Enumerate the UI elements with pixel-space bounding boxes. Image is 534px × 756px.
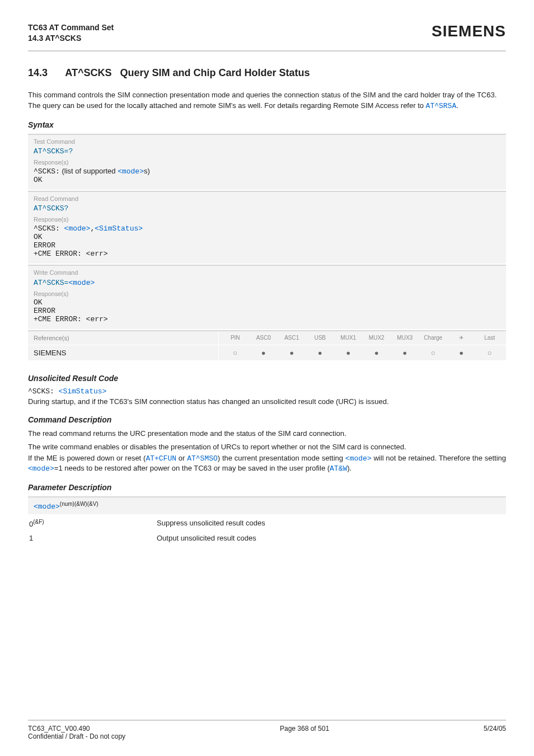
footer-divider: [28, 720, 506, 721]
write-command-label: Write Command: [34, 269, 500, 276]
read-ok: OK: [34, 233, 500, 241]
ref-dot-✈: ●: [447, 349, 476, 357]
footer-left: TC63_ATC_V00.490 Confidential / Draft - …: [28, 725, 125, 740]
cmddesc-p1: The read command returns the URC present…: [28, 429, 506, 439]
col-asc0: ASC0: [250, 335, 278, 341]
test-resp-mid: (list of supported: [62, 167, 118, 175]
reference-header-row: Reference(s) PIN ASC0 ASC1 USB MUX1 MUX2…: [28, 330, 506, 345]
header-divider: [28, 50, 506, 51]
reference-columns: PIN ASC0 ASC1 USB MUX1 MUX2 MUX3 Charge …: [218, 331, 506, 345]
page-header: TC63 AT Command Set 14.3 AT^SCKS SIEMENS: [28, 22, 506, 44]
urc-prefix: ^SCKS:: [28, 387, 59, 396]
cmddesc-p3d: will not be retained. Therefore the sett…: [372, 454, 506, 462]
write-cme: +CME ERROR: <err>: [34, 315, 500, 323]
read-error: ERROR: [34, 241, 500, 250]
read-response-label: Response(s): [34, 216, 500, 223]
ref-dot-mux2: ●: [363, 349, 391, 357]
reference-data-row: SIEMENS ○●●●●●●○●○: [28, 345, 506, 360]
link-atsmso[interactable]: AT^SMSO: [187, 454, 218, 463]
param-row: 0(&F)Suppress unsolicited result codes: [28, 516, 506, 532]
ref-dot-pin: ○: [221, 349, 250, 357]
ref-dot-mux1: ●: [334, 349, 363, 357]
cmddesc-p3e: =1 needs to be restored after power on t…: [54, 464, 330, 472]
test-command: AT^SCKS=?: [34, 147, 500, 156]
section-title-rest: Query SIM and Chip Card Holder Status: [120, 67, 310, 78]
brand-logo: SIEMENS: [432, 22, 506, 40]
col-last: Last: [476, 335, 504, 341]
ref-dot-usb: ●: [306, 349, 335, 357]
cmddesc-p3f: ).: [347, 464, 352, 472]
ref-dot-asc1: ●: [278, 349, 306, 357]
cmddesc-p3a: If the ME is powered down or reset (: [28, 454, 146, 462]
intro-p1: This command controls the SIM connection…: [28, 90, 506, 100]
footer-confidential: Confidential / Draft - Do not copy: [28, 732, 125, 740]
link-atw[interactable]: AT&W: [330, 464, 347, 473]
section-cmd: AT^SCKS: [65, 67, 111, 78]
syntax-heading: Syntax: [28, 120, 506, 129]
link-simstatus-2[interactable]: <SimStatus>: [59, 387, 107, 396]
intro-p2: The query can be used for the locally at…: [28, 101, 506, 111]
reference-value: SIEMENS: [28, 345, 218, 360]
link-mode-1[interactable]: <mode>: [118, 167, 144, 176]
link-mode-2[interactable]: <mode>: [64, 224, 91, 233]
cmddesc-p3: If the ME is powered down or reset (AT+C…: [28, 453, 506, 474]
read-resp-prefix: ^SCKS:: [34, 224, 64, 233]
intro-p2b: .: [456, 101, 458, 110]
test-response-line: ^SCKS: (list of supported <mode>s): [34, 167, 500, 176]
param-mode-link[interactable]: <mode>: [34, 503, 60, 511]
syntax-test-box: Test Command AT^SCKS=? Response(s) ^SCKS…: [28, 134, 506, 190]
col-usb: USB: [306, 335, 335, 341]
param-key: 1: [28, 532, 157, 546]
link-mode-4[interactable]: <mode>: [345, 454, 372, 463]
col-pin: PIN: [221, 335, 250, 341]
urc-code: ^SCKS: <SimStatus>: [28, 387, 506, 396]
read-command-label: Read Command: [34, 195, 500, 202]
col-mux2: MUX2: [363, 335, 391, 341]
test-resp-suffix: s): [144, 167, 150, 175]
write-cmd-prefix: AT^SCKS=: [34, 279, 68, 287]
param-header-box: <mode>(num)(&W)(&V): [28, 496, 506, 514]
test-response-label: Response(s): [34, 159, 500, 166]
urc-text: During startup, and if the TC63's SIM co…: [28, 397, 506, 407]
reference-dots: ○●●●●●●○●○: [218, 345, 506, 360]
col-asc1: ASC1: [278, 335, 306, 341]
ref-dot-last: ○: [476, 349, 504, 357]
intro-p2a: The query can be used for the locally at…: [28, 101, 426, 110]
col-mux3: MUX3: [391, 335, 419, 341]
param-sup: (num)(&W)(&V): [60, 501, 99, 507]
test-resp-prefix: ^SCKS:: [34, 167, 60, 176]
link-simstatus-1[interactable]: <SimStatus>: [95, 224, 143, 233]
param-row: 1Output unsolicited result codes: [28, 532, 506, 546]
param-value: Suppress unsolicited result codes: [157, 516, 506, 532]
ref-dot-charge: ○: [419, 349, 448, 357]
link-at-srsa[interactable]: AT^SRSA: [426, 102, 457, 110]
read-response-line: ^SCKS: <mode>,<SimStatus>: [34, 224, 500, 233]
syntax-read-box: Read Command AT^SCKS? Response(s) ^SCKS:…: [28, 191, 506, 264]
header-left: TC63 AT Command Set 14.3 AT^SCKS: [28, 22, 114, 44]
link-mode-5[interactable]: <mode>: [28, 464, 54, 473]
page-footer: TC63_ATC_V00.490 Confidential / Draft - …: [28, 725, 506, 740]
cmddesc-p3b: or: [176, 454, 187, 462]
col-airplane-icon: ✈: [447, 335, 476, 341]
param-head: <mode>(num)(&W)(&V): [34, 502, 99, 510]
col-charge: Charge: [419, 335, 448, 341]
link-atcfun[interactable]: AT+CFUN: [146, 454, 176, 463]
read-cme: +CME ERROR: <err>: [34, 250, 500, 258]
section-number: 14.3: [28, 67, 63, 79]
col-mux1: MUX1: [334, 335, 363, 341]
ref-dot-mux3: ●: [391, 349, 419, 357]
link-mode-3[interactable]: <mode>: [68, 279, 95, 287]
test-command-label: Test Command: [34, 138, 500, 145]
paramdesc-heading: Parameter Description: [28, 483, 506, 492]
footer-date: 5/24/05: [484, 725, 506, 740]
doc-section-ref: 14.3 AT^SCKS: [28, 33, 114, 44]
section-title: 14.3 AT^SCKS Query SIM and Chip Card Hol…: [28, 67, 506, 79]
write-error: ERROR: [34, 307, 500, 315]
reference-label: Reference(s): [28, 331, 218, 345]
doc-title: TC63 AT Command Set: [28, 22, 114, 33]
urc-heading: Unsolicited Result Code: [28, 374, 506, 383]
cmddesc-p2: The write command enables or disables th…: [28, 442, 506, 452]
write-command: AT^SCKS=<mode>: [34, 278, 500, 287]
param-key: 0(&F): [28, 516, 157, 532]
footer-page: Page 368 of 501: [280, 725, 329, 740]
